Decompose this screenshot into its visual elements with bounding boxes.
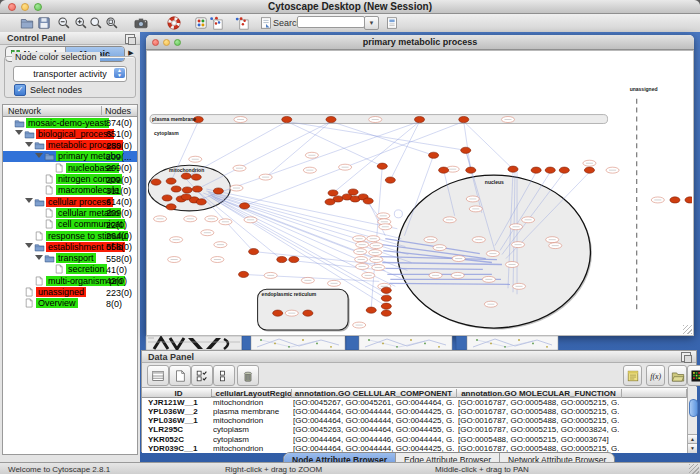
network-node[interactable] xyxy=(685,197,692,203)
scroll-down-icon[interactable]: ▼ xyxy=(688,443,697,453)
network-node[interactable] xyxy=(277,256,287,262)
expand-arrow-icon[interactable] xyxy=(35,255,43,260)
column-header-id[interactable]: ID xyxy=(146,389,212,398)
network-node[interactable] xyxy=(328,190,338,196)
network-node[interactable] xyxy=(381,295,391,301)
network-node[interactable] xyxy=(191,174,201,180)
tree-row-response-to-stimulu[interactable]: response to stimulu264(0) xyxy=(3,230,137,241)
zoom-selected-icon[interactable] xyxy=(87,15,104,31)
tree-row-secretion[interactable]: secretion41(0) xyxy=(3,264,137,275)
tree-row-primary-metabo[interactable]: primary metabo209(... xyxy=(3,151,137,162)
expand-arrow-icon[interactable] xyxy=(15,130,23,135)
camera-snapshot-icon[interactable] xyxy=(132,15,149,31)
minimized-window-titlebar[interactable] xyxy=(456,336,467,350)
search-dropdown-icon[interactable]: ▼ xyxy=(364,16,379,30)
tree-row-transport[interactable]: transport558(0) xyxy=(3,253,137,264)
network-node[interactable] xyxy=(377,163,387,169)
tree-row-cell-communicat[interactable]: cell communicat22(0) xyxy=(3,219,137,230)
expand-arrow-icon[interactable] xyxy=(25,243,33,248)
network-node[interactable] xyxy=(414,116,424,122)
import-attributes-icon[interactable] xyxy=(668,365,687,386)
tree-row-establishment-of-lo[interactable]: establishment of lo558(0) xyxy=(3,241,137,252)
network-node[interactable] xyxy=(303,310,313,316)
network-node[interactable] xyxy=(171,186,181,192)
table-row-yjr121w__1[interactable]: YJR121W__1mitochondrion[GO:0045267, GO:0… xyxy=(142,398,687,407)
table-scrollbar[interactable]: ▲ ▼ xyxy=(687,387,697,453)
window-resize-grip[interactable] xyxy=(689,464,699,474)
network-node[interactable] xyxy=(385,177,395,183)
table-row-ylr295c[interactable]: YLR295Ccytoplasm[GO:0045263, GO:0044464,… xyxy=(142,425,687,434)
minimized-network-preview[interactable] xyxy=(476,339,478,341)
tree-row-cellular-metabo[interactable]: cellular metabo209(0) xyxy=(3,207,137,218)
network-node[interactable] xyxy=(508,166,518,172)
network-node[interactable] xyxy=(466,167,476,173)
network-node[interactable] xyxy=(249,249,259,255)
network-node[interactable] xyxy=(348,189,358,195)
network-node[interactable] xyxy=(363,198,373,204)
unselect-attributes-icon[interactable] xyxy=(213,365,235,386)
float-panel-icon[interactable] xyxy=(681,352,691,362)
network-node[interactable] xyxy=(181,173,191,179)
tree-row-biological-process[interactable]: biological_process651(0) xyxy=(3,128,137,139)
minimized-window-thumbnail[interactable] xyxy=(467,336,558,350)
minimized-network-preview[interactable] xyxy=(330,346,332,348)
network-node[interactable] xyxy=(429,152,439,158)
minimized-network-preview[interactable] xyxy=(274,343,276,345)
scrollbar-thumb[interactable] xyxy=(689,399,698,417)
tree-row-mosaic-demo-yeast[interactable]: mosaic-demo-yeast874(0) xyxy=(3,117,137,128)
minimized-window-titlebar[interactable] xyxy=(346,336,359,350)
network-node[interactable] xyxy=(584,167,594,173)
attribute-notes-icon[interactable] xyxy=(623,365,642,386)
select-nodes-checkbox[interactable]: ✓ xyxy=(14,84,26,96)
tree-row-nucleobase-[interactable]: nucleobase-209(0) xyxy=(3,162,137,173)
expand-arrow-icon[interactable] xyxy=(25,142,33,147)
layout-overlay-b-icon[interactable] xyxy=(233,15,250,31)
minimized-network-preview[interactable] xyxy=(410,339,412,341)
annotation-icon[interactable] xyxy=(257,15,274,31)
minimized-network-preview[interactable] xyxy=(316,343,318,345)
expand-arrow-icon[interactable] xyxy=(25,198,33,203)
tree-row-cellular-process[interactable]: cellular process614(0) xyxy=(3,196,137,207)
minimized-network-preview[interactable] xyxy=(504,346,506,348)
network-node[interactable] xyxy=(459,116,469,122)
network-node[interactable] xyxy=(192,186,202,192)
minimized-network-preview[interactable] xyxy=(260,339,262,341)
minimized-network-preview[interactable] xyxy=(302,339,304,341)
network-node[interactable] xyxy=(273,310,283,316)
network-graph[interactable]: plasma membranecytoplasmmitochondrionnuc… xyxy=(148,52,692,334)
minimized-network-preview[interactable] xyxy=(382,343,384,345)
network-node[interactable] xyxy=(326,116,336,122)
delete-attribute-icon[interactable] xyxy=(237,365,259,386)
minimized-network-preview[interactable] xyxy=(424,343,426,345)
tree-row-nitrogen-compo[interactable]: nitrogen compo209(0) xyxy=(3,174,137,185)
node-color-dropdown[interactable]: transporter activity ▲▼ xyxy=(13,66,127,82)
network-node[interactable] xyxy=(439,167,449,173)
minimized-window-thumbnail[interactable] xyxy=(359,336,452,350)
open-folder-icon[interactable] xyxy=(18,15,35,31)
minimized-network-preview[interactable] xyxy=(438,346,440,348)
tree-row-macromolecule[interactable]: macromolecule311(0) xyxy=(3,185,137,196)
network-node[interactable] xyxy=(670,197,680,203)
minimized-network-preview[interactable] xyxy=(546,346,548,348)
column-header-cellular-component[interactable]: annotation.GO CELLULAR_COMPONENT xyxy=(291,389,457,398)
minimized-network-preview[interactable] xyxy=(288,346,290,348)
column-header-region[interactable]: _cellularLayoutRegion xyxy=(211,389,292,398)
network-node[interactable] xyxy=(182,187,192,193)
new-attribute-icon[interactable] xyxy=(169,365,191,386)
attribute-matrix-icon[interactable] xyxy=(687,365,700,386)
network-node[interactable] xyxy=(240,203,250,209)
select-attributes-icon[interactable] xyxy=(191,365,213,386)
minimized-network-preview[interactable] xyxy=(518,339,520,341)
network-node[interactable] xyxy=(289,256,299,262)
table-row-ykr052c[interactable]: YKR052Ccytoplasm[GO:0044464, GO:0044446,… xyxy=(142,435,687,444)
tree-row-unassigned[interactable]: unassigned223(0) xyxy=(3,287,137,298)
minimized-windows-strip[interactable] xyxy=(140,336,697,350)
network-node[interactable] xyxy=(545,167,555,173)
network-node[interactable] xyxy=(325,199,335,205)
table-row-ypl036w__1[interactable]: YPL036W__1mitochondrion[GO:0044464, GO:0… xyxy=(142,416,687,425)
layout-overlay-a-icon[interactable] xyxy=(207,15,224,31)
network-node[interactable] xyxy=(196,199,206,205)
network-node[interactable] xyxy=(531,167,541,173)
network-node[interactable] xyxy=(213,188,223,194)
network-node[interactable] xyxy=(282,116,292,122)
